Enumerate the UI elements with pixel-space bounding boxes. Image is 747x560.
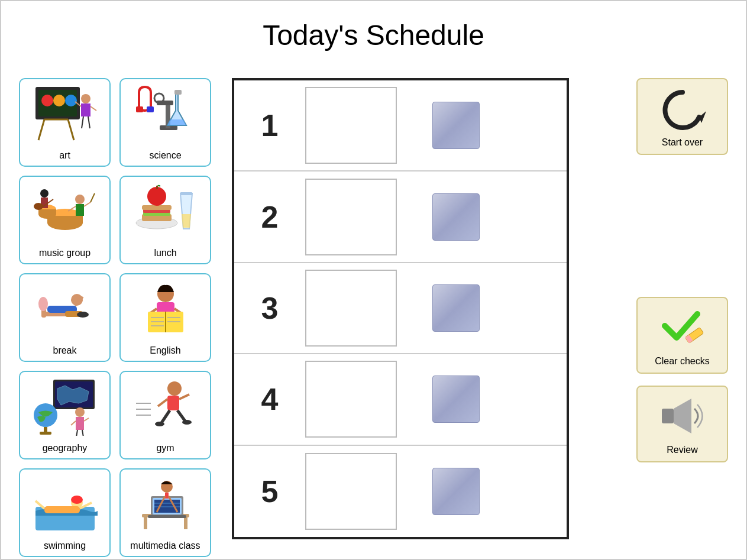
multimedia-icon: [121, 470, 210, 538]
geography-icon: [20, 372, 109, 441]
science-label: science: [149, 150, 181, 161]
svg-rect-19: [147, 106, 154, 112]
svg-line-76: [161, 410, 170, 423]
clear-checks-label: Clear checks: [655, 356, 709, 367]
activity-card-gym[interactable]: gym: [119, 371, 211, 459]
activity-sidebar: art science: [19, 78, 214, 560]
activity-card-english[interactable]: English: [119, 273, 211, 362]
svg-point-34: [34, 203, 43, 210]
svg-point-68: [75, 407, 85, 417]
svg-point-74: [167, 381, 182, 396]
music-group-label: music group: [39, 248, 90, 258]
schedule-row-1[interactable]: 1: [234, 80, 567, 171]
row-number-1: 1: [246, 108, 293, 143]
activity-card-art[interactable]: art: [19, 78, 111, 167]
svg-line-13: [88, 116, 90, 128]
page-title: Today's Schedule: [1, 1, 746, 63]
row-check-box-5[interactable]: [432, 468, 480, 515]
svg-line-81: [179, 394, 189, 399]
art-icon: [20, 79, 109, 148]
activity-card-lunch[interactable]: lunch: [119, 176, 211, 264]
svg-point-41: [147, 187, 166, 206]
svg-marker-104: [699, 111, 706, 123]
row-drop-zone-5[interactable]: [305, 453, 397, 530]
review-label: Review: [667, 445, 697, 455]
multimedia-label: multimedia class: [130, 540, 200, 551]
svg-line-30: [84, 202, 90, 206]
row-number-4: 4: [246, 381, 293, 417]
svg-rect-42: [156, 186, 158, 189]
svg-point-3: [53, 95, 65, 106]
row-number-2: 2: [246, 199, 293, 235]
row-number-5: 5: [246, 474, 293, 509]
svg-point-51: [38, 297, 48, 311]
activity-card-break[interactable]: break: [19, 273, 111, 362]
row-drop-zone-4[interactable]: [305, 361, 397, 438]
row-drop-zone-1[interactable]: [305, 87, 397, 164]
svg-point-79: [182, 420, 192, 425]
activity-card-swimming[interactable]: swimming: [19, 468, 111, 557]
swimming-icon: [20, 470, 109, 538]
activity-card-science[interactable]: science: [119, 78, 211, 167]
svg-rect-9: [81, 103, 90, 116]
svg-line-5: [38, 119, 44, 140]
svg-rect-92: [144, 517, 147, 529]
svg-rect-99: [148, 515, 186, 518]
gym-icon: [121, 372, 210, 441]
row-drop-zone-3[interactable]: [305, 270, 397, 347]
schedule-row-4[interactable]: 4: [234, 354, 567, 445]
music-group-icon: [20, 177, 109, 245]
break-icon: [20, 274, 109, 343]
svg-rect-26: [38, 209, 56, 214]
start-over-icon: [659, 79, 706, 137]
svg-line-70: [71, 421, 76, 425]
schedule-row-3[interactable]: 3: [234, 263, 567, 354]
schedule-row-5[interactable]: 5: [234, 446, 567, 537]
schedule-row-2[interactable]: 2: [234, 171, 567, 263]
lunch-label: lunch: [154, 248, 176, 258]
svg-line-31: [90, 193, 95, 202]
english-icon: [121, 274, 210, 343]
gym-label: gym: [156, 443, 174, 454]
row-check-box-1[interactable]: [432, 102, 480, 149]
svg-rect-88: [44, 506, 80, 513]
svg-point-87: [71, 496, 83, 504]
science-icon: [121, 79, 210, 148]
start-over-label: Start over: [662, 137, 703, 148]
svg-rect-28: [76, 204, 84, 216]
row-check-box-3[interactable]: [432, 284, 480, 332]
svg-rect-67: [40, 432, 51, 435]
svg-line-12: [82, 116, 83, 128]
svg-point-32: [40, 189, 48, 198]
geography-label: geography: [43, 443, 88, 454]
svg-line-80: [158, 399, 167, 406]
svg-rect-75: [167, 396, 179, 410]
art-label: art: [59, 150, 70, 161]
svg-point-27: [75, 195, 85, 204]
review-icon: [659, 387, 706, 445]
activity-card-music-group[interactable]: music group: [19, 176, 111, 264]
svg-line-72: [76, 430, 77, 436]
activity-card-multimedia[interactable]: multimedia class: [119, 468, 211, 557]
clear-checks-icon: [659, 298, 706, 356]
svg-point-78: [155, 422, 164, 426]
svg-rect-20: [174, 90, 182, 95]
svg-point-8: [81, 94, 90, 103]
start-over-button[interactable]: Start over: [636, 78, 728, 155]
svg-rect-69: [76, 417, 84, 430]
row-check-box-2[interactable]: [432, 193, 480, 241]
svg-line-71: [84, 418, 89, 421]
svg-line-6: [68, 119, 74, 140]
svg-line-73: [82, 430, 84, 436]
activity-card-geography[interactable]: geography: [19, 371, 111, 459]
swimming-label: swimming: [44, 540, 86, 551]
review-button[interactable]: Review: [636, 386, 728, 462]
row-check-box-4[interactable]: [432, 376, 480, 423]
svg-rect-93: [184, 517, 187, 529]
svg-line-77: [177, 410, 185, 421]
svg-rect-107: [662, 409, 674, 423]
english-label: English: [150, 345, 180, 356]
clear-checks-button[interactable]: Clear checks: [636, 297, 728, 374]
svg-rect-43: [180, 192, 192, 195]
row-drop-zone-2[interactable]: [305, 179, 397, 255]
